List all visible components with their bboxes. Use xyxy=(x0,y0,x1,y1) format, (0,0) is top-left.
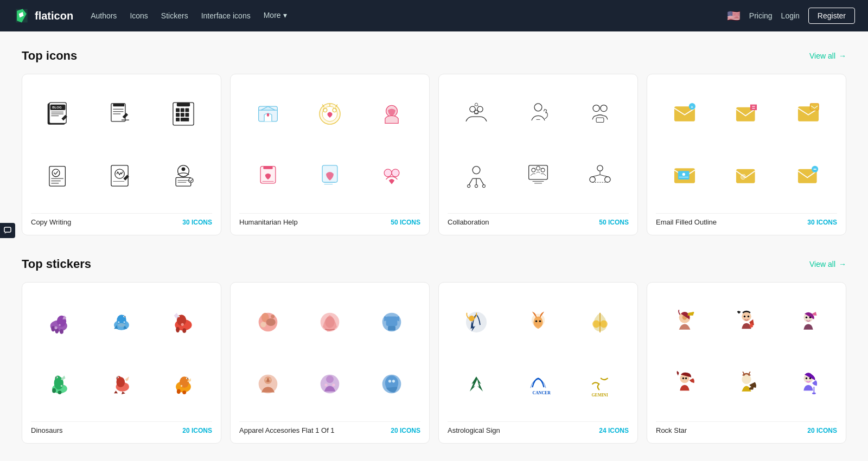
svg-point-135 xyxy=(55,375,60,381)
sticker-cell xyxy=(363,293,420,351)
icon-cell: @ xyxy=(718,147,775,204)
svg-point-119 xyxy=(121,315,126,320)
sticker-cell xyxy=(656,293,713,351)
svg-point-140 xyxy=(61,385,62,387)
icon-cell xyxy=(780,85,837,143)
svg-point-167 xyxy=(265,378,267,381)
svg-point-82 xyxy=(597,165,603,171)
svg-point-78 xyxy=(537,167,540,170)
icon-cell xyxy=(509,85,567,143)
svg-rect-1 xyxy=(4,227,11,232)
pack-count: 20 ICONS xyxy=(391,427,420,434)
svg-rect-163 xyxy=(388,326,395,331)
nav-authors[interactable]: Authors xyxy=(91,11,117,20)
pack-card-humanitarian[interactable]: Humanitarian Help 50 ICONS xyxy=(230,74,430,235)
sticker-cell xyxy=(301,355,359,413)
icon-cell xyxy=(571,85,629,143)
svg-point-68 xyxy=(473,167,480,174)
nav-links: Authors Icons Stickers Interface icons M… xyxy=(91,11,286,21)
feedback-widget[interactable] xyxy=(0,223,15,238)
svg-rect-50 xyxy=(263,167,272,169)
pack-name: Rock Star xyxy=(656,426,687,434)
nav-right: 🇺🇸 Pricing Login Register xyxy=(727,8,855,24)
nav-more[interactable]: More ▾ xyxy=(264,11,287,20)
svg-rect-20 xyxy=(176,113,180,117)
sticker-cell xyxy=(448,355,505,413)
svg-point-204 xyxy=(812,393,816,394)
pack-footer: Apparel Accesories Flat 1 Of 1 20 ICONS xyxy=(239,421,420,434)
language-flag[interactable]: 🇺🇸 xyxy=(727,9,741,22)
top-icons-view-all[interactable]: View all → xyxy=(809,52,846,60)
pack-card-rockstar[interactable]: Rock Star 20 ICONS xyxy=(647,282,846,444)
svg-point-139 xyxy=(58,390,62,394)
pack-card-dinosaurs[interactable]: Dinosaurs 20 ICONS xyxy=(22,282,221,444)
svg-point-145 xyxy=(117,377,118,378)
sticker-cell xyxy=(239,293,297,351)
svg-rect-21 xyxy=(181,113,184,117)
pack-stickers-astro: CANCER GEMINI xyxy=(448,293,629,413)
pack-icons-collaboration xyxy=(448,85,629,204)
icon-cell xyxy=(155,147,212,204)
sticker-cell xyxy=(780,355,837,413)
sticker-cell xyxy=(718,293,775,351)
pack-card-apparel[interactable]: Apparel Accesories Flat 1 Of 1 20 ICONS xyxy=(230,282,430,444)
svg-line-87 xyxy=(600,175,608,176)
icon-cell: + xyxy=(656,85,713,143)
svg-point-138 xyxy=(52,388,56,393)
top-stickers-title: Top stickers xyxy=(22,257,91,271)
pack-name: Apparel Accesories Flat 1 Of 1 xyxy=(239,426,335,434)
svg-point-84 xyxy=(605,177,610,182)
pack-count: 20 ICONS xyxy=(182,427,212,434)
pack-name: Collaboration xyxy=(448,218,489,226)
svg-point-170 xyxy=(326,375,334,383)
svg-point-171 xyxy=(324,383,327,386)
register-button[interactable]: Register xyxy=(808,8,855,24)
svg-point-34 xyxy=(182,167,186,171)
pack-card-collaboration[interactable]: Collaboration 50 ICONS xyxy=(438,74,638,235)
logo-icon xyxy=(13,7,30,24)
pricing-link[interactable]: Pricing xyxy=(749,11,773,20)
svg-point-132 xyxy=(181,323,184,326)
svg-point-114 xyxy=(60,329,63,334)
pack-name: Humanitarian Help xyxy=(239,218,298,226)
sticker-cell: CANCER xyxy=(509,355,567,413)
pack-stickers-apparel xyxy=(239,293,420,413)
pack-card-astro[interactable]: CANCER GEMINI Astrological Sign 24 ICONS xyxy=(438,282,638,444)
nav-icons[interactable]: Icons xyxy=(130,11,148,20)
sticker-cell xyxy=(155,293,212,351)
icon-cell xyxy=(448,85,505,143)
top-stickers-view-all[interactable]: View all → xyxy=(809,260,846,268)
login-link[interactable]: Login xyxy=(781,11,800,20)
pack-footer: Astrological Sign 24 ICONS xyxy=(448,421,629,434)
top-icons-header: Top icons View all → xyxy=(22,49,846,63)
icon-cell xyxy=(571,147,629,204)
svg-rect-17 xyxy=(176,108,180,112)
icon-cell xyxy=(93,147,150,204)
svg-point-66 xyxy=(601,105,607,112)
sticker-cell xyxy=(155,355,212,413)
svg-point-116 xyxy=(59,324,60,325)
svg-point-60 xyxy=(475,103,477,106)
icon-cell xyxy=(656,147,713,204)
svg-point-100 xyxy=(682,173,685,176)
svg-point-63 xyxy=(534,104,542,111)
icon-cell xyxy=(31,147,88,204)
pack-card-email[interactable]: + xyxy=(647,74,846,235)
top-stickers-header: Top stickers View all → xyxy=(22,257,846,271)
icon-cell xyxy=(780,147,837,204)
nav-interface-icons[interactable]: Interface icons xyxy=(201,11,251,20)
icon-cell xyxy=(239,85,297,143)
svg-point-115 xyxy=(54,326,57,329)
nav-stickers[interactable]: Stickers xyxy=(161,11,188,20)
svg-rect-24 xyxy=(181,118,189,121)
pack-card-copywriting[interactable]: BLOG xyxy=(22,74,221,235)
svg-rect-30 xyxy=(111,165,128,186)
svg-point-160 xyxy=(325,317,334,328)
pack-icons-copywriting: BLOG xyxy=(31,85,212,204)
logo-link[interactable]: flaticon xyxy=(13,7,73,24)
pack-name: Dinosaurs xyxy=(31,426,63,434)
svg-point-157 xyxy=(260,322,266,327)
svg-rect-67 xyxy=(596,118,604,123)
svg-point-124 xyxy=(123,321,125,323)
pack-footer: Rock Star 20 ICONS xyxy=(656,421,837,434)
